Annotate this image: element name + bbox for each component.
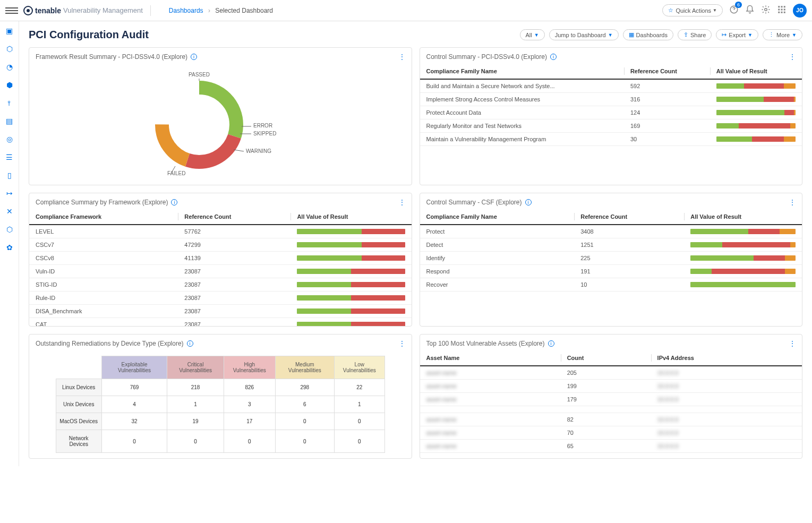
svg-rect-3 [781, 6, 783, 7]
chevron-right-icon: › [208, 7, 210, 14]
table-row[interactable]: Identify225 [420, 252, 802, 265]
col-framework[interactable]: Compliance Framework [29, 209, 178, 225]
widget-framework-donut: Framework Result Summary - PCI-DSSv4.0 (… [29, 47, 412, 185]
avatar[interactable]: JO [793, 4, 807, 18]
apps-icon[interactable] [777, 5, 787, 16]
col-asset[interactable]: Asset Name [420, 350, 561, 366]
package-icon[interactable]: ⬡ [6, 225, 13, 234]
table-row[interactable]: Maintain a Vulnerability Management Prog… [420, 133, 802, 146]
settings-icon[interactable]: ✿ [6, 243, 13, 252]
doc-icon[interactable]: ▯ [7, 171, 12, 179]
kebab-icon[interactable]: ⋮ [789, 53, 796, 61]
chevron-down-icon: ▼ [534, 32, 539, 38]
col-count[interactable]: Reference Count [574, 209, 684, 225]
list-icon[interactable]: ☰ [6, 153, 13, 161]
kebab-icon[interactable]: ⋮ [399, 340, 405, 347]
info-icon[interactable]: i [187, 340, 193, 347]
info-icon[interactable]: i [171, 199, 177, 205]
quick-actions-button[interactable]: ☆ Quick Actions ▼ [662, 4, 723, 16]
table-row[interactable]: asset-name8210.0.0.0 [420, 413, 802, 426]
target-icon[interactable]: ◎ [6, 135, 13, 143]
table-row[interactable]: Recover10 [420, 278, 802, 291]
table-row[interactable]: Protect3408 [420, 225, 802, 238]
chevron-down-icon: ▼ [792, 32, 797, 38]
table-row[interactable]: Build and Maintain a Secure Network and … [420, 79, 802, 93]
table-row[interactable]: CSCv747299 [29, 238, 412, 252]
star-icon: ☆ [668, 7, 673, 14]
col-count[interactable]: Reference Count [178, 209, 290, 225]
col-result[interactable]: All Value of Result [710, 64, 802, 79]
info-icon[interactable]: i [191, 54, 197, 60]
shield-icon[interactable]: ⬡ [6, 45, 13, 53]
col-ip[interactable]: IPv4 Address [651, 350, 802, 366]
col-result[interactable]: All Value of Result [684, 209, 802, 225]
table-row[interactable]: Regularly Monitor and Test Networks169 [420, 119, 802, 133]
table-row[interactable]: Respond191 [420, 265, 802, 278]
kebab-icon[interactable]: ⋮ [789, 340, 796, 347]
col-count[interactable]: Reference Count [624, 64, 710, 79]
report-icon[interactable]: ▤ [6, 117, 13, 125]
col-name[interactable]: Compliance Family Name [420, 64, 624, 79]
table-row[interactable]: LEVEL57762 [29, 225, 412, 238]
info-icon[interactable]: i [550, 54, 557, 60]
info-icon[interactable]: i [548, 340, 554, 347]
table-row[interactable]: CSCv841139 [29, 252, 412, 265]
radar-icon[interactable]: ◔ [6, 63, 13, 71]
table-row[interactable]: Rule-ID23087 [29, 291, 412, 305]
table-row[interactable]: Unix Devices41361 [56, 396, 384, 413]
chevron-down-icon: ▼ [713, 8, 717, 13]
top-assets-table: Asset Name Count IPv4 Address asset-name… [420, 350, 802, 453]
info-icon[interactable]: i [525, 199, 532, 205]
export-icon[interactable]: ↦ [6, 189, 13, 198]
table-row[interactable]: asset-name17910.0.0.0 [420, 393, 802, 406]
dashboard-icon[interactable]: ▣ [6, 27, 13, 35]
table-row[interactable]: DISA_Benchmark23087 [29, 305, 412, 318]
filter-all-button[interactable]: All▼ [520, 29, 545, 40]
widget-control-pci: Control Summary - PCI-DSSv4.0 (Explore) … [420, 47, 803, 185]
jump-dashboard-button[interactable]: Jump to Dashboard▼ [549, 29, 619, 40]
cube-icon[interactable]: ⬢ [6, 81, 13, 89]
table-row[interactable]: CAT23087 [29, 318, 412, 327]
table-row[interactable]: Vuln-ID23087 [29, 265, 412, 278]
col-result[interactable]: All Value of Result [290, 209, 411, 225]
chevron-down-icon: ▼ [748, 32, 753, 38]
breadcrumb-current: Selected Dashboard [215, 7, 273, 14]
svg-line-17 [234, 150, 244, 151]
chart-icon[interactable]: ⫯ [7, 99, 11, 107]
breadcrumb-root[interactable]: Dashboards [169, 7, 203, 14]
table-row[interactable]: Implement Strong Access Control Measures… [420, 93, 802, 106]
table-row[interactable] [420, 406, 802, 413]
brand-logo[interactable]: tenable Vulnerability Management [23, 6, 143, 15]
col-low: Low Vulnerabilities [334, 356, 384, 379]
more-button[interactable]: ⋮More▼ [763, 29, 802, 40]
gear-icon[interactable] [761, 5, 771, 16]
bell-icon[interactable] [745, 5, 755, 16]
table-row[interactable]: asset-name6510.0.0.0 [420, 440, 802, 453]
table-row[interactable]: Linux Devices76921882629822 [56, 379, 384, 396]
table-row[interactable]: Protect Account Data124 [420, 106, 802, 119]
table-row[interactable]: MacOS Devices32191700 [56, 413, 384, 430]
col-high: High Vulnerabilities [224, 356, 275, 379]
export-button[interactable]: ↦Export▼ [716, 29, 758, 40]
table-row[interactable]: asset-name7010.0.0.0 [420, 426, 802, 440]
col-count[interactable]: Count [561, 350, 651, 366]
table-row[interactable]: asset-name20510.0.0.0 [420, 366, 802, 380]
table-row[interactable]: Network Devices00000 [56, 430, 384, 453]
kebab-icon[interactable]: ⋮ [789, 199, 796, 206]
kebab-icon: ⋮ [768, 31, 774, 38]
kebab-icon[interactable]: ⋮ [399, 53, 405, 61]
table-row[interactable]: asset-name19910.0.0.0 [420, 380, 802, 393]
col-name[interactable]: Compliance Family Name [420, 209, 575, 225]
table-row[interactable]: STIG-ID23087 [29, 278, 412, 291]
kebab-icon[interactable]: ⋮ [399, 199, 405, 206]
donut-label-passed: PASSED [189, 72, 210, 78]
help-icon[interactable]: 6 [729, 5, 739, 16]
tools-icon[interactable]: ✕ [6, 207, 13, 216]
breadcrumb: Dashboards › Selected Dashboard [169, 7, 273, 14]
widget-title: Control Summary - CSF (Explore) [426, 199, 522, 206]
hamburger-icon[interactable] [5, 6, 18, 15]
share-button[interactable]: ⇪Share [678, 29, 712, 40]
dashboards-button[interactable]: ▦Dashboards [623, 29, 673, 40]
table-row[interactable]: Detect1251 [420, 238, 802, 252]
col-exploitable: Exploitable Vulnerabilities [101, 356, 167, 379]
